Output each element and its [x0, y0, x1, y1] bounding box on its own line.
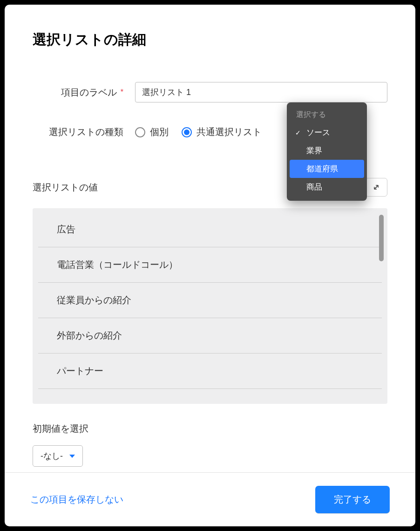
check-icon: ✓: [294, 129, 302, 136]
radio-common[interactable]: 共通選択リスト: [182, 126, 262, 138]
default-value-text: -なし-: [41, 450, 63, 462]
radio-individual[interactable]: 個別: [135, 126, 169, 138]
radio-dot-icon: [184, 129, 190, 135]
dialog-container: 選択リストの詳細 項目のラベル * 選択リストの種類 個別: [5, 5, 415, 526]
dropdown-item-prefecture[interactable]: 都道府県: [290, 160, 364, 178]
list-item[interactable]: 電話営業（コールドコール）: [38, 247, 382, 283]
field-label-caption: 項目のラベル *: [33, 86, 135, 99]
dropdown-item-label: ソース: [306, 127, 330, 138]
dropdown-item-label: 都道府県: [306, 163, 338, 174]
default-value-select[interactable]: -なし-: [33, 445, 83, 467]
expand-button[interactable]: [365, 178, 387, 197]
values-title: 選択リストの値: [33, 181, 98, 194]
list-type-text: 選択リストの種類: [49, 126, 123, 138]
dropdown-item-label: 商品: [306, 182, 322, 192]
scrollbar-thumb[interactable]: [379, 215, 384, 261]
expand-icon: [372, 183, 381, 192]
field-label-input[interactable]: [135, 82, 387, 102]
list-item[interactable]: パートナー: [38, 354, 382, 389]
radio-common-label: 共通選択リスト: [196, 126, 262, 138]
radio-circle-checked-icon: [182, 127, 192, 137]
dropdown-item-product[interactable]: 商品: [287, 178, 367, 196]
default-value-section: 初期値を選択 -なし-: [33, 422, 387, 467]
chevron-down-icon: [69, 455, 75, 458]
dialog-content: 選択リストの詳細 項目のラベル * 選択リストの種類 個別: [5, 5, 415, 472]
page-title: 選択リストの詳細: [33, 30, 387, 49]
radio-individual-label: 個別: [150, 126, 169, 138]
dropdown-item-source[interactable]: ✓ ソース: [287, 123, 367, 142]
list-type-caption: 選択リストの種類: [33, 126, 135, 138]
dropdown-item-label: 業界: [306, 145, 322, 156]
common-list-dropdown: 選択する ✓ ソース 業界 都道府県 商品: [287, 102, 367, 201]
list-item[interactable]: 従業員からの紹介: [38, 283, 382, 318]
dialog-footer: この項目を保存しない 完了する: [5, 472, 415, 526]
done-button[interactable]: 完了する: [315, 486, 390, 513]
values-list: 広告 電話営業（コールドコール） 従業員からの紹介 外部からの紹介 パートナー: [33, 208, 387, 404]
field-label-row: 項目のラベル *: [33, 82, 387, 102]
field-label-input-wrap: [135, 82, 387, 102]
list-item[interactable]: 外部からの紹介: [38, 318, 382, 354]
field-label-text: 項目のラベル: [61, 86, 117, 99]
discard-link[interactable]: この項目を保存しない: [30, 493, 123, 506]
dropdown-item-industry[interactable]: 業界: [287, 142, 367, 160]
required-indicator: *: [121, 88, 123, 96]
dropdown-header: 選択する: [287, 107, 367, 123]
default-value-label: 初期値を選択: [33, 422, 387, 435]
radio-circle-unchecked-icon: [135, 127, 145, 137]
list-item[interactable]: 広告: [38, 212, 382, 247]
